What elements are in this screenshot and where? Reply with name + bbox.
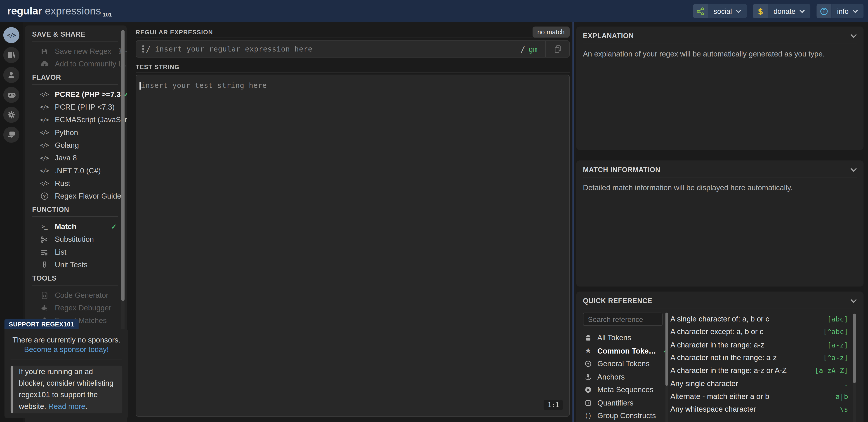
check-icon: ✓ <box>111 222 117 231</box>
flavor-item-python[interactable]: </> Python <box>25 126 127 139</box>
flavor-item-pcre2[interactable]: </> PCRE2 (PHP >=7.3) ✓ <box>25 88 127 100</box>
copy-regex-button[interactable] <box>546 41 569 57</box>
test-heading-divider <box>135 72 569 72</box>
main-area: </> <box>0 22 868 422</box>
regex-placeholder: insert your regular expression here <box>155 45 313 53</box>
become-sponsor-link[interactable]: Become a sponsor today! <box>11 346 123 354</box>
delimiter-menu-icon[interactable] <box>142 45 144 53</box>
entry-description: A single character of: a, b or c <box>671 315 769 323</box>
category-anchors[interactable]: Anchors <box>583 370 663 384</box>
rail-item-library[interactable] <box>3 47 20 63</box>
read-more-link[interactable]: Read more <box>49 402 86 411</box>
rail-item-feedback[interactable] <box>3 127 20 143</box>
categories-scrollbar-thumb[interactable] <box>665 313 668 386</box>
close-delimiter: / <box>521 44 525 53</box>
explanation-header[interactable]: EXPLANATION <box>583 31 857 41</box>
logo-word-expressions: expressions <box>45 5 101 17</box>
reference-entry[interactable]: Alternate - match either a or b a|b <box>671 390 848 403</box>
search-reference-input[interactable] <box>583 313 663 326</box>
test-string-input[interactable]: insert your test string here 1:1 <box>135 75 569 417</box>
panel-splitter[interactable] <box>572 22 574 422</box>
social-menu-button[interactable]: social <box>693 4 747 18</box>
top-bar: regular expressions 101 social <box>0 0 868 22</box>
quick-reference-header[interactable]: QUICK REFERENCE <box>583 295 857 306</box>
categories-scrollbar[interactable] <box>665 313 668 422</box>
match-information-panel: MATCH INFORMATION Detailed match informa… <box>576 160 864 287</box>
save-new-regex-item[interactable]: Save new Regex ⌘+s <box>25 45 127 57</box>
rail-item-settings[interactable] <box>3 107 20 123</box>
info-menu-button[interactable]: info <box>816 4 864 18</box>
category-meta-sequences[interactable]: Meta Sequences <box>583 383 663 396</box>
category-label: Meta Sequences <box>597 386 653 394</box>
flavor-item-dotnet[interactable]: </> .NET 7.0 (C#) <box>25 164 127 177</box>
open-delimiter: / <box>146 44 151 53</box>
editor-column: REGULAR EXPRESSION no match / insert you… <box>135 22 569 422</box>
site-logo[interactable]: regular expressions 101 <box>7 5 112 17</box>
chevron-down-icon[interactable] <box>850 34 857 38</box>
reference-entry[interactable]: Any whitespace character \s <box>671 403 848 416</box>
reference-entry[interactable]: A character in the range: a-z or A-Z [a-… <box>671 364 848 377</box>
meta-circle-icon <box>584 386 592 393</box>
flavor-item-golang[interactable]: </> Golang <box>25 139 127 152</box>
function-item-match[interactable]: >_ Match ✓ <box>25 220 127 233</box>
donate-menu-button[interactable]: $ donate <box>753 4 810 18</box>
anchor-icon <box>584 373 592 381</box>
regex-input[interactable]: / insert your regular expression here / … <box>135 40 569 58</box>
add-to-community-label: Add to Community Li… <box>55 60 127 68</box>
tools-heading: TOOLS <box>32 274 118 286</box>
category-quantifiers[interactable]: Quantifiers <box>583 396 663 410</box>
flavor-label: Golang <box>55 141 79 149</box>
rail-item-account[interactable] <box>3 67 20 83</box>
flavor-item-rust[interactable]: </> Rust <box>25 177 127 190</box>
entry-code: [^abc] <box>823 328 848 336</box>
flavor-item-ecmascript[interactable]: </> ECMAScript (JavaScri… <box>25 113 127 126</box>
entry-description: A character in the range: a-z or A-Z <box>671 366 787 375</box>
function-section: FUNCTION >_ Match ✓ Substitution <box>25 206 127 271</box>
function-item-substitution[interactable]: Substitution <box>25 233 127 246</box>
logo-101: 101 <box>103 11 112 18</box>
chevron-down-icon[interactable] <box>850 299 857 303</box>
logo-word-regular: regular <box>7 5 42 17</box>
flavor-item-java8[interactable]: </> Java 8 <box>25 152 127 164</box>
save-icon <box>40 47 49 55</box>
add-to-community-item[interactable]: Add to Community Li… <box>25 58 127 70</box>
question-circle-icon: ? <box>40 192 49 200</box>
function-item-unit-tests[interactable]: Unit Tests <box>25 258 127 271</box>
entries-scrollbar-thumb[interactable] <box>853 314 856 383</box>
tool-item-code-generator[interactable]: Code Generator <box>25 289 127 301</box>
category-all-tokens[interactable]: All Tokens <box>583 331 663 345</box>
support-divider <box>11 360 123 360</box>
explanation-title: EXPLANATION <box>583 32 634 40</box>
function-label: Unit Tests <box>55 260 88 269</box>
entry-description: Any whitespace character <box>671 405 756 414</box>
sidebar-scrollbar-thumb[interactable] <box>121 30 125 301</box>
rail-item-playground[interactable] <box>3 87 20 103</box>
category-group-constructs[interactable]: () Group Constructs <box>583 409 663 422</box>
tool-item-regex-debugger[interactable]: Regex Debugger <box>25 301 127 314</box>
file-code-icon <box>40 291 49 299</box>
reference-entry[interactable]: A character except: a, b or c [^abc] <box>671 326 848 338</box>
regex-flags[interactable]: gm <box>528 44 537 53</box>
category-general-tokens[interactable]: General Tokens <box>583 357 663 370</box>
reference-entry[interactable]: A single character of: a, b or c [abc] <box>671 313 848 326</box>
match-status-badge: no match <box>532 27 569 38</box>
code-icon: </> <box>40 142 49 148</box>
chevron-down-icon[interactable] <box>850 168 857 172</box>
function-item-list[interactable]: List <box>25 246 127 258</box>
rail-item-regex-tester[interactable]: </> <box>3 27 20 43</box>
category-common-tokens[interactable]: ★ Common Toke… ✓ <box>583 344 663 357</box>
support-regex101-box: SUPPORT REGEX101 There are currently no … <box>4 319 129 418</box>
adblock-period: . <box>85 402 87 411</box>
flavor-item-pcre[interactable]: </> PCRE (PHP <7.3) <box>25 101 127 113</box>
match-information-title: MATCH INFORMATION <box>583 166 660 174</box>
entry-code: [^a-z] <box>823 354 848 362</box>
reference-entry[interactable]: Any single character . <box>671 377 848 390</box>
match-information-header[interactable]: MATCH INFORMATION <box>583 164 857 175</box>
entries-scrollbar[interactable] <box>853 314 856 422</box>
regex-heading-divider <box>135 38 545 38</box>
reference-entry[interactable]: A character in the range: a-z [a-z] <box>671 338 848 351</box>
list-icon <box>40 248 49 256</box>
reference-entry[interactable]: A character not in the range: a-z [^a-z] <box>671 351 848 364</box>
flavor-item-guide[interactable]: ? Regex Flavor Guide <box>25 190 127 202</box>
flavor-label: PCRE (PHP <7.3) <box>55 103 115 111</box>
